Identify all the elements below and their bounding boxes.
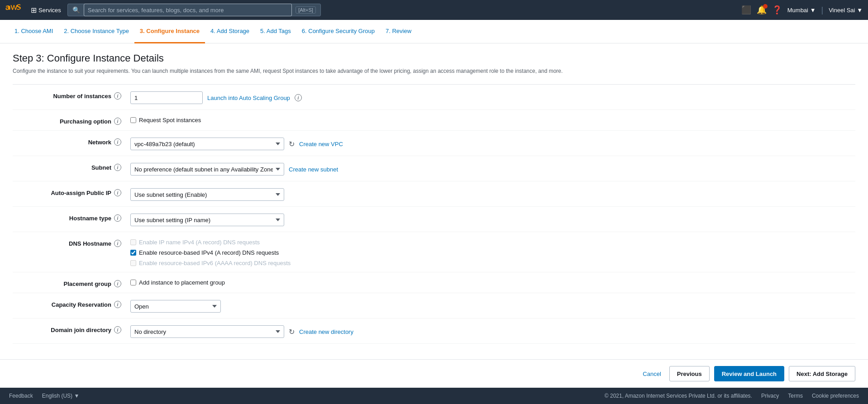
number-of-instances-info-icon[interactable]: i xyxy=(114,92,121,100)
wizard-step-3[interactable]: 3. Configure Instance xyxy=(134,20,205,43)
privacy-link[interactable]: Privacy xyxy=(761,393,779,399)
top-navigation: ⊞ Services 🔍 [Alt+S] ⬛ 🔔 ❓ Mumbai ▼ | Vi… xyxy=(0,0,868,20)
capacity-reservation-row: Capacity Reservation i Open xyxy=(13,293,855,318)
create-vpc-link[interactable]: Create new VPC xyxy=(299,141,343,147)
launch-auto-scaling-info-icon[interactable]: i xyxy=(295,94,302,101)
hostname-type-row: Hostname type i Use subnet setting (IP n… xyxy=(13,207,855,232)
previous-button[interactable]: Previous xyxy=(669,366,710,381)
search-shortcut: [Alt+S] xyxy=(296,6,316,14)
auto-assign-ip-row: Auto-assign Public IP i Use subnet setti… xyxy=(13,181,855,207)
request-spot-label[interactable]: Request Spot instances xyxy=(130,117,201,124)
main-content: Step 3: Configure Instance Details Confi… xyxy=(0,43,868,359)
network-label: Network xyxy=(88,139,111,146)
notifications-icon[interactable]: 🔔 xyxy=(757,5,767,15)
help-icon[interactable]: ❓ xyxy=(772,5,782,15)
network-refresh-icon[interactable]: ↻ xyxy=(289,140,295,148)
footer-bar: Cancel Previous Review and Launch Next: … xyxy=(0,359,868,388)
page-title: Step 3: Configure Instance Details xyxy=(13,52,855,64)
capacity-reservation-info-icon[interactable]: i xyxy=(114,301,121,308)
placement-group-text: Add instance to placement group xyxy=(139,279,225,286)
global-search[interactable]: 🔍 [Alt+S] xyxy=(67,4,321,16)
subnet-row: Subnet i No preference (default subnet i… xyxy=(13,156,855,181)
wizard-step-2[interactable]: 2. Choose Instance Type xyxy=(58,20,134,43)
nav-divider: | xyxy=(821,5,824,15)
bottom-bar: Feedback English (US) ▼ © 2021, Amazon I… xyxy=(0,388,868,404)
dns-option1-text: Enable IP name IPv4 (A record) DNS reque… xyxy=(139,239,260,246)
wizard-steps: 1. Choose AMI 2. Choose Instance Type 3.… xyxy=(0,20,868,43)
wizard-step-1[interactable]: 1. Choose AMI xyxy=(9,20,58,43)
terms-link[interactable]: Terms xyxy=(788,393,803,399)
network-info-icon[interactable]: i xyxy=(114,138,121,146)
dns-option2-label[interactable]: Enable resource-based IPv4 (A record) DN… xyxy=(130,249,291,256)
domain-refresh-icon[interactable]: ↻ xyxy=(289,328,295,336)
create-subnet-link[interactable]: Create new subnet xyxy=(289,166,338,173)
purchasing-option-info-icon[interactable]: i xyxy=(114,118,121,125)
placement-group-info-icon[interactable]: i xyxy=(114,280,121,287)
aws-logo[interactable] xyxy=(5,4,22,16)
dns-hostname-row: DNS Hostname i Enable IP name IPv4 (A re… xyxy=(13,232,855,272)
notification-badge xyxy=(763,4,768,9)
dns-hostname-label: DNS Hostname xyxy=(69,240,111,247)
create-directory-link[interactable]: Create new directory xyxy=(299,328,353,335)
cookie-preferences-link[interactable]: Cookie preferences xyxy=(812,393,859,399)
dns-option1-checkbox[interactable] xyxy=(130,239,136,245)
dns-option3-label[interactable]: Enable resource-based IPv6 (AAAA record)… xyxy=(130,260,291,266)
review-launch-button[interactable]: Review and Launch xyxy=(714,366,784,381)
placement-group-checkbox-label[interactable]: Add instance to placement group xyxy=(130,279,225,286)
copyright-text: © 2021, Amazon Internet Services Private… xyxy=(605,393,752,399)
dns-option2-checkbox[interactable] xyxy=(130,250,136,256)
hostname-type-select[interactable]: Use subnet setting (IP name) xyxy=(130,214,284,226)
domain-join-select[interactable]: No directory xyxy=(130,325,284,338)
cancel-button[interactable]: Cancel xyxy=(639,366,664,381)
request-spot-text: Request Spot instances xyxy=(139,117,201,124)
number-of-instances-input[interactable] xyxy=(130,91,203,104)
dns-option1-label[interactable]: Enable IP name IPv4 (A record) DNS reque… xyxy=(130,239,291,246)
auto-assign-ip-info-icon[interactable]: i xyxy=(114,189,121,196)
dns-hostname-info-icon[interactable]: i xyxy=(114,240,121,247)
placement-group-row: Placement group i Add instance to placem… xyxy=(13,272,855,293)
user-menu[interactable]: Vineel Sai ▼ xyxy=(829,7,863,14)
language-selector[interactable]: English (US) ▼ xyxy=(42,393,80,399)
next-button[interactable]: Next: Add Storage xyxy=(789,366,855,381)
feedback-link[interactable]: Feedback xyxy=(9,393,33,399)
subnet-info-icon[interactable]: i xyxy=(114,164,121,171)
launch-auto-scaling-link[interactable]: Launch into Auto Scaling Group xyxy=(207,95,290,101)
capacity-reservation-select[interactable]: Open xyxy=(130,300,221,313)
wizard-step-7[interactable]: 7. Review xyxy=(380,20,417,43)
placement-group-checkbox[interactable] xyxy=(130,280,136,285)
region-selector[interactable]: Mumbai ▼ xyxy=(787,7,816,14)
hostname-type-label: Hostname type xyxy=(69,215,111,222)
search-icon: 🔍 xyxy=(72,6,80,14)
subnet-select[interactable]: No preference (default subnet in any Ava… xyxy=(130,163,284,176)
auto-assign-ip-label: Auto-assign Public IP xyxy=(51,190,111,196)
dns-option2-text: Enable resource-based IPv4 (A record) DN… xyxy=(139,249,279,256)
network-row: Network i vpc-489a7b23 (default) ↻ Creat… xyxy=(13,131,855,156)
wizard-step-6[interactable]: 6. Configure Security Group xyxy=(296,20,380,43)
wizard-step-5[interactable]: 5. Add Tags xyxy=(255,20,296,43)
search-input[interactable] xyxy=(84,4,292,16)
auto-assign-ip-select[interactable]: Use subnet setting (Enable) xyxy=(130,188,284,201)
services-menu[interactable]: ⊞ Services xyxy=(28,6,64,14)
dns-option3-text: Enable resource-based IPv6 (AAAA record)… xyxy=(139,260,291,266)
dns-option3-checkbox[interactable] xyxy=(130,260,136,266)
configure-instance-form: Number of instances i Launch into Auto S… xyxy=(13,84,855,344)
terminal-icon[interactable]: ⬛ xyxy=(741,5,751,15)
page-subtitle: Configure the instance to suit your requ… xyxy=(13,67,669,75)
capacity-reservation-label: Capacity Reservation xyxy=(52,301,111,308)
subnet-label: Subnet xyxy=(91,164,111,171)
number-of-instances-label: Number of instances xyxy=(53,93,111,100)
domain-join-row: Domain join directory i No directory ↻ C… xyxy=(13,318,855,344)
purchasing-option-row: Purchasing option i Request Spot instanc… xyxy=(13,110,855,131)
domain-join-label: Domain join directory xyxy=(51,327,111,333)
wizard-step-4[interactable]: 4. Add Storage xyxy=(205,20,255,43)
purchasing-option-label: Purchasing option xyxy=(60,118,111,125)
request-spot-checkbox[interactable] xyxy=(130,117,136,123)
hostname-type-info-icon[interactable]: i xyxy=(114,214,121,222)
network-select[interactable]: vpc-489a7b23 (default) xyxy=(130,138,284,150)
services-label: Services xyxy=(38,7,61,14)
dns-options: Enable IP name IPv4 (A record) DNS reque… xyxy=(130,239,291,266)
placement-group-label: Placement group xyxy=(64,280,111,287)
domain-join-info-icon[interactable]: i xyxy=(114,326,121,333)
number-of-instances-row: Number of instances i Launch into Auto S… xyxy=(13,85,855,110)
